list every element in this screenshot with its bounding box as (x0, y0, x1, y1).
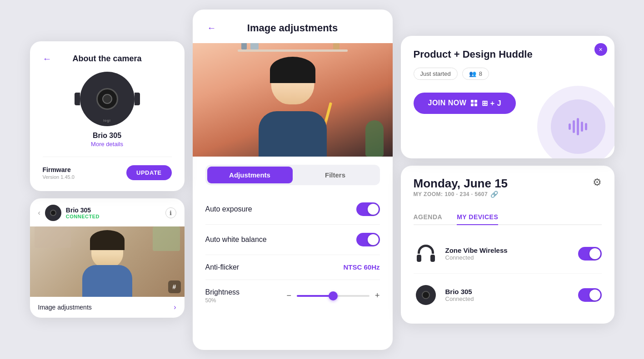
camera-thumbnail-icon (45, 205, 61, 221)
camera-thumb-inner (50, 210, 56, 216)
setting-auto-white-balance: Auto white balance (205, 225, 380, 255)
toggle-knob (368, 234, 379, 245)
camera-lens (96, 88, 118, 110)
middle-column: ← Image adjustments A (193, 10, 393, 350)
brightness-label: Brightness (205, 288, 240, 296)
firmware-row: Firmware Version 1.45.0 UPDATE (43, 157, 172, 180)
sound-bar (577, 118, 579, 135)
brightness-slider-row: − + (286, 291, 379, 300)
camera-ear-left (75, 93, 80, 105)
toggle-knob (589, 290, 600, 300)
headphone-left-cup (417, 255, 421, 262)
sound-bar (569, 123, 571, 130)
brightness-pct: 50% (205, 297, 240, 304)
join-button-label: JOIN NOW (428, 99, 467, 107)
brightness-control: Brightness 50% (205, 288, 240, 304)
info-icon[interactable]: ℹ (165, 207, 176, 218)
auto-exposure-label: Auto exposure (205, 205, 252, 213)
camera-preview-card: ‹ Brio 305 CONNECTED ℹ # (30, 198, 185, 318)
sound-wave-decoration (537, 86, 614, 158)
calendar-devices-card: Monday, June 15 MY ZOOM: 100 · 234 · 560… (401, 166, 614, 324)
more-details-link[interactable]: More details (91, 141, 123, 148)
join-shortcut: ⊞ + J (482, 99, 501, 108)
device-name-brio-305: Brio 305 (445, 288, 571, 295)
brightness-slider-fill (297, 295, 333, 297)
right-column: × Product + Design Huddle Just started 👥… (401, 36, 614, 324)
camera-about-card: ← About the camera logi Brio 305 More de… (30, 41, 185, 191)
device-name-zone-vibe: Zone Vibe Wireless (445, 246, 571, 254)
meeting-status-badge: Just started (414, 68, 458, 80)
tab-adjustments[interactable]: Adjustments (207, 167, 293, 183)
tab-agenda[interactable]: AGENDA (414, 210, 443, 225)
brightness-increase-button[interactable]: + (375, 291, 380, 300)
tab-filters[interactable]: Filters (293, 167, 378, 183)
sound-bar (585, 123, 587, 130)
image-adjustments-label: Image adjustments (38, 304, 92, 311)
brightness-slider-thumb[interactable] (329, 291, 338, 300)
people-count: 8 (479, 70, 482, 77)
windows-icon (471, 100, 477, 106)
setting-anti-flicker: Anti-flicker NTSC 60Hz (205, 255, 380, 280)
camera-model-name: Brio 305 (93, 132, 121, 140)
firmware-version: Version 1.45.0 (43, 174, 75, 180)
camera-preview-image: # (30, 226, 185, 297)
zoom-label: MY ZOOM: 100 · 234 · 5607 (414, 191, 488, 197)
camera-shape-lens (422, 291, 430, 299)
meeting-title: Product + Design Huddle (414, 49, 545, 60)
cal-tabs: AGENDA MY DEVICES (414, 210, 602, 225)
preview-header: ‹ Brio 305 CONNECTED ℹ (30, 198, 185, 226)
anti-flicker-value[interactable]: NTSC 60Hz (343, 263, 379, 271)
camera-ear-right (135, 93, 140, 105)
preview-device-name: Brio 305 (66, 207, 100, 214)
device-item-brio-305: Brio 305 Connected (414, 275, 602, 315)
headphone-image (414, 241, 438, 266)
plant-decoration (365, 120, 384, 157)
brightness-slider-track[interactable] (297, 295, 369, 297)
brightness-decrease-button[interactable]: − (286, 291, 291, 300)
device-item-zone-vibe: Zone Vibe Wireless Connected (414, 234, 602, 274)
hash-badge: # (168, 280, 181, 293)
cal-date: Monday, June 15 (414, 177, 508, 191)
firmware-info: Firmware Version 1.45.0 (43, 166, 75, 180)
headphone-arc (418, 245, 434, 254)
tab-my-devices[interactable]: MY DEVICES (457, 210, 498, 225)
auto-white-balance-toggle[interactable] (356, 233, 380, 246)
meeting-people-badge: 👥 8 (462, 68, 489, 80)
image-adjustments-row[interactable]: Image adjustments › (30, 297, 185, 318)
camera-shape (416, 285, 436, 305)
settings-list: Auto exposure Auto white balance Anti-fl… (193, 191, 393, 350)
device-toggle-zone-vibe[interactable] (578, 247, 602, 261)
close-button[interactable]: × (594, 43, 607, 56)
device-status-brio-305: Connected (445, 295, 571, 302)
device-list: Zone Vibe Wireless Connected Brio 305 Co… (414, 234, 602, 315)
device-toggle-brio-305[interactable] (578, 288, 602, 302)
meeting-badges: Just started 👥 8 (414, 68, 602, 80)
camera-image (414, 283, 438, 307)
meeting-status-text: Just started (420, 70, 451, 77)
auto-exposure-toggle[interactable] (356, 202, 380, 216)
image-adjustments-card: ← Image adjustments A (193, 10, 393, 350)
setting-auto-exposure: Auto exposure (205, 194, 380, 225)
previous-device-button[interactable]: ‹ (38, 209, 40, 217)
device-info-zone-vibe: Zone Vibe Wireless Connected (445, 246, 571, 261)
back-arrow-icon[interactable]: ← (43, 54, 52, 64)
adj-tabs-row: Adjustments Filters (205, 165, 380, 185)
camera-image-area: logi Brio 305 More details (43, 72, 172, 148)
adj-back-arrow[interactable]: ← (207, 23, 216, 33)
logi-label: logi (103, 118, 110, 123)
headphone-right-cup (430, 255, 435, 262)
update-firmware-button[interactable]: UPDATE (126, 165, 171, 180)
firmware-label: Firmware (43, 166, 75, 173)
camera-device-image: logi (80, 72, 135, 126)
settings-icon[interactable]: ⚙ (593, 177, 602, 188)
sound-bar (573, 120, 575, 133)
device-info-brio-305: Brio 305 Connected (445, 288, 571, 302)
adj-header: ← Image adjustments (193, 10, 393, 43)
toggle-knob (368, 204, 379, 215)
cal-header: Monday, June 15 MY ZOOM: 100 · 234 · 560… (414, 177, 602, 207)
device-status-zone-vibe: Connected (445, 254, 571, 261)
toggle-knob (589, 248, 600, 259)
sound-wave-inner (551, 99, 605, 154)
meeting-card: × Product + Design Huddle Just started 👥… (401, 36, 614, 158)
join-now-button[interactable]: JOIN NOW ⊞ + J (414, 93, 516, 114)
